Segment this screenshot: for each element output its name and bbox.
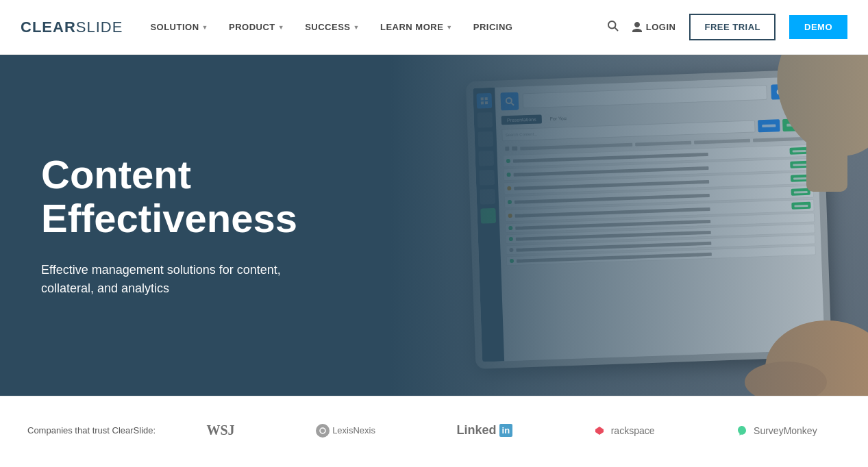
svg-point-12 <box>320 428 325 433</box>
logo[interactable]: CLEARSLIDE <box>21 18 123 36</box>
trust-logos: WSJ LexisNexis Linked in rackspace Surve… <box>183 422 841 438</box>
svg-line-1 <box>615 27 617 30</box>
chevron-down-icon: ▼ <box>446 24 452 31</box>
login-button[interactable]: LOGIN <box>632 22 676 33</box>
nav-item-pricing[interactable]: PRICING <box>473 22 513 32</box>
login-label: LOGIN <box>646 22 676 32</box>
nav-right: LOGIN FREE TRIAL DEMO <box>606 14 847 40</box>
trust-intro: Companies that trust ClearSlide: <box>27 425 156 436</box>
demo-button[interactable]: DEMO <box>789 15 847 39</box>
free-trial-button[interactable]: FREE TRIAL <box>689 14 776 40</box>
chevron-down-icon: ▼ <box>354 24 360 31</box>
surveymonkey-logo: SurveyMonkey <box>736 425 817 437</box>
linkedin-logo: Linked in <box>457 423 513 438</box>
svg-marker-13 <box>595 427 604 435</box>
logo-slide: SLIDE <box>76 18 123 36</box>
search-icon[interactable] <box>606 19 619 35</box>
hero-subtitle: Effective management solutions for conte… <box>41 261 297 298</box>
nav-links: SOLUTION ▼ PRODUCT ▼ SUCCESS ▼ LEARN MOR… <box>150 22 606 32</box>
nav-item-solution[interactable]: SOLUTION ▼ <box>150 22 208 32</box>
wsj-logo: WSJ <box>206 422 234 438</box>
rackspace-logo: rackspace <box>594 425 655 436</box>
nav-item-success[interactable]: SUCCESS ▼ <box>305 22 360 32</box>
hero-content: Content Effectiveness Effective manageme… <box>0 153 338 298</box>
navbar: CLEARSLIDE SOLUTION ▼ PRODUCT ▼ SUCCESS … <box>0 0 868 55</box>
nav-item-product[interactable]: PRODUCT ▼ <box>229 22 284 32</box>
chevron-down-icon: ▼ <box>202 24 208 31</box>
trust-bar: Companies that trust ClearSlide: WSJ Lex… <box>0 396 868 464</box>
nav-item-learnmore[interactable]: LEARN MORE ▼ <box>380 22 453 32</box>
hero-section: Presentations For You Search Content... <box>0 55 868 396</box>
logo-clear: CLEAR <box>21 18 76 36</box>
chevron-down-icon: ▼ <box>278 24 284 31</box>
hero-title: Content Effectiveness <box>41 153 297 240</box>
lexisnexis-logo: LexisNexis <box>316 424 375 438</box>
lexisnexis-icon <box>316 424 330 438</box>
